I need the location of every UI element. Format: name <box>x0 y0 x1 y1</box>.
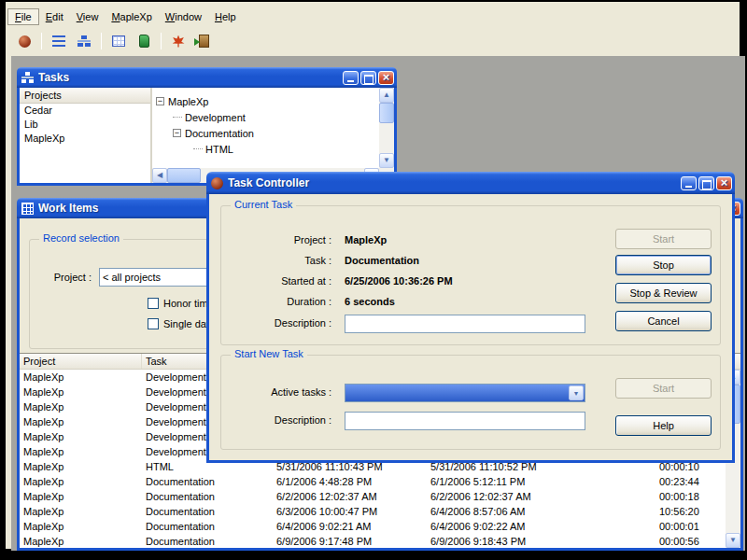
cell-duration: 00:00:18 <box>581 489 726 504</box>
cancel-button[interactable]: Cancel <box>615 311 712 331</box>
started-at-label: Started at : <box>221 275 331 287</box>
work-items-window-icon <box>21 203 34 215</box>
maplexp-app-window: File Edit View MapleXp Window Help <box>6 2 740 549</box>
start-button[interactable]: Start <box>615 229 712 249</box>
projects-column-header[interactable]: Projects <box>20 88 150 104</box>
menu-view[interactable]: View <box>70 9 106 24</box>
started-at-value: 6/25/2006 10:36:26 PM <box>345 275 453 287</box>
cell-project: MapleXp <box>20 444 142 459</box>
tree-item-development[interactable]: Development <box>152 109 379 125</box>
screen: File Edit View MapleXp Window Help <box>0 0 747 560</box>
current-description-input[interactable] <box>345 315 585 333</box>
cell-duration: 10:56:20 <box>581 504 726 519</box>
single-day-checkbox-row[interactable]: Single day <box>148 318 211 329</box>
task-value: Documentation <box>345 255 419 266</box>
work-item-row[interactable]: MapleXpDocumentation6/3/2006 10:00:47 PM… <box>20 504 726 519</box>
cell-started: 6/9/2006 9:17:48 PM <box>273 534 427 548</box>
collapse-icon[interactable] <box>173 129 181 137</box>
description-label: Description : <box>221 317 331 329</box>
cell-project: MapleXp <box>20 504 142 519</box>
exit-toolbar-button[interactable] <box>192 31 215 51</box>
work-items-toolbar-button[interactable] <box>48 31 70 51</box>
work-item-row[interactable]: MapleXpDocumentation6/9/2006 9:17:48 PM6… <box>20 534 726 548</box>
start-new-button[interactable]: Start <box>615 378 712 399</box>
tree-item-maplexp[interactable]: MapleXp <box>152 93 379 109</box>
tasks-toolbar-button[interactable] <box>73 31 95 51</box>
projects-panel: Projects Cedar Lib MapleXp <box>20 88 152 183</box>
tasks-titlebar[interactable]: Tasks <box>17 67 397 88</box>
cell-project: MapleXp <box>20 459 142 474</box>
table-grid-icon <box>112 35 125 47</box>
task-controller-body: Current Task Project : MapleXp Task : Do… <box>206 194 735 463</box>
cell-ended: 6/1/2006 5:12:11 PM <box>427 474 581 489</box>
scroll-left-button[interactable] <box>152 168 167 183</box>
current-task-group: Current Task Project : MapleXp Task : Do… <box>220 205 721 345</box>
active-tasks-combobox[interactable] <box>345 384 585 402</box>
project-list-item[interactable]: Lib <box>20 118 150 132</box>
honor-time-checkbox-row[interactable]: Honor time <box>148 298 214 309</box>
cell-task: Documentation <box>142 489 273 504</box>
app-toolbar-button[interactable] <box>13 31 35 51</box>
tree-connector <box>193 148 203 149</box>
tree-item-documentation[interactable]: Documentation <box>152 125 379 141</box>
work-item-row[interactable]: MapleXpDocumentation6/2/2006 12:02:37 AM… <box>20 489 726 504</box>
tasks-window-icon <box>21 72 34 84</box>
app-icon <box>19 35 31 48</box>
project-list-item[interactable]: Cedar <box>20 104 150 118</box>
tasks-window-title: Tasks <box>38 71 341 84</box>
duration-label: Duration : <box>221 296 331 307</box>
project-list-item[interactable]: MapleXp <box>20 132 150 146</box>
column-header-project[interactable]: Project <box>20 354 142 369</box>
tree-item-label: MapleXp <box>168 96 208 107</box>
toolbar-separator <box>161 33 162 49</box>
stop-button[interactable]: Stop <box>615 255 712 275</box>
scroll-down-button[interactable] <box>726 533 740 548</box>
menu-help[interactable]: Help <box>208 9 243 24</box>
stop-review-button[interactable]: Stop & Review <box>615 283 712 303</box>
vertical-scrollbar[interactable] <box>379 88 394 168</box>
toolbar <box>7 28 738 54</box>
task-controller-title: Task Controller <box>228 176 679 189</box>
cell-duration: 00:00:01 <box>581 519 726 534</box>
new-description-label: Description : <box>221 414 331 426</box>
cell-duration: 00:23:44 <box>581 474 726 489</box>
mdi-workspace: Tasks Projects Cedar Lib MapleXp <box>11 56 745 551</box>
cell-project: MapleXp <box>20 429 142 444</box>
cell-project: MapleXp <box>20 399 142 414</box>
work-item-row[interactable]: MapleXpDocumentation6/1/2006 4:48:28 PM6… <box>20 474 726 489</box>
tree-item-html[interactable]: HTML <box>152 141 379 157</box>
cell-task: Documentation <box>142 519 273 534</box>
menu-file[interactable]: File <box>7 8 39 25</box>
task-controller-icon <box>211 177 223 189</box>
maximize-button[interactable] <box>698 176 714 190</box>
close-button[interactable] <box>378 71 394 85</box>
honor-time-checkbox[interactable] <box>148 298 159 309</box>
report-toolbar-button[interactable] <box>133 31 155 51</box>
single-day-checkbox[interactable] <box>148 318 159 329</box>
minimize-button[interactable] <box>343 71 359 85</box>
menu-edit[interactable]: Edit <box>39 9 70 24</box>
help-button[interactable]: Help <box>615 415 712 436</box>
work-item-row[interactable]: MapleXpDocumentation6/4/2006 9:02:21 AM6… <box>20 519 726 534</box>
cell-project: MapleXp <box>20 489 142 504</box>
scroll-down-button[interactable] <box>379 153 394 168</box>
cell-project: MapleXp <box>20 385 142 399</box>
chevron-down-icon[interactable] <box>569 385 584 400</box>
collapse-icon[interactable] <box>156 97 164 105</box>
menu-window[interactable]: Window <box>159 9 208 24</box>
duration-value: 6 seconds <box>345 296 395 307</box>
cell-ended: 6/4/2006 8:57:06 AM <box>427 504 581 519</box>
new-description-input[interactable] <box>345 412 585 430</box>
close-button[interactable] <box>716 176 732 190</box>
scroll-up-button[interactable] <box>379 88 394 103</box>
cell-started: 6/3/2006 10:00:47 PM <box>273 504 427 519</box>
maple-toolbar-button[interactable] <box>167 31 190 51</box>
single-day-label: Single day <box>163 318 211 329</box>
grid-toolbar-button[interactable] <box>107 31 130 51</box>
maximize-button[interactable] <box>360 71 376 85</box>
task-controller-titlebar[interactable]: Task Controller <box>206 172 735 194</box>
scrollbar-thumb[interactable] <box>167 168 201 183</box>
menu-maplexp[interactable]: MapleXp <box>105 9 158 24</box>
scrollbar-thumb[interactable] <box>379 103 394 123</box>
minimize-button[interactable] <box>681 176 697 190</box>
